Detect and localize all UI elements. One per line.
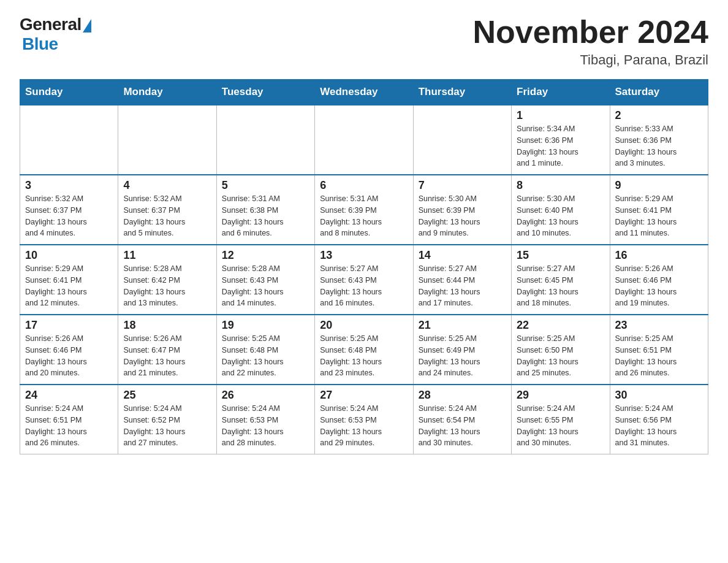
day-info: Sunrise: 5:32 AM Sunset: 6:37 PM Dayligh… bbox=[123, 193, 211, 239]
location-text: Tibagi, Parana, Brazil bbox=[473, 52, 708, 68]
logo-blue-text: Blue bbox=[22, 34, 58, 54]
weekday-header-saturday: Saturday bbox=[610, 80, 708, 105]
day-number: 21 bbox=[419, 319, 506, 332]
day-number: 17 bbox=[25, 319, 113, 332]
calendar-cell: 16Sunrise: 5:26 AM Sunset: 6:46 PM Dayli… bbox=[610, 245, 708, 315]
day-number: 1 bbox=[517, 109, 604, 122]
day-info: Sunrise: 5:26 AM Sunset: 6:46 PM Dayligh… bbox=[25, 333, 113, 379]
day-info: Sunrise: 5:25 AM Sunset: 6:48 PM Dayligh… bbox=[320, 333, 408, 379]
day-number: 23 bbox=[615, 319, 703, 332]
day-info: Sunrise: 5:31 AM Sunset: 6:38 PM Dayligh… bbox=[222, 193, 309, 239]
day-number: 18 bbox=[123, 319, 211, 332]
calendar-cell: 8Sunrise: 5:30 AM Sunset: 6:40 PM Daylig… bbox=[512, 175, 610, 245]
calendar-cell: 9Sunrise: 5:29 AM Sunset: 6:41 PM Daylig… bbox=[610, 175, 708, 245]
weekday-header-friday: Friday bbox=[512, 80, 610, 105]
weekday-header-monday: Monday bbox=[118, 80, 216, 105]
calendar-cell bbox=[315, 105, 413, 175]
day-number: 3 bbox=[25, 179, 113, 192]
calendar-cell: 14Sunrise: 5:27 AM Sunset: 6:44 PM Dayli… bbox=[413, 245, 511, 315]
day-info: Sunrise: 5:30 AM Sunset: 6:39 PM Dayligh… bbox=[419, 193, 506, 239]
calendar-cell bbox=[20, 105, 118, 175]
calendar-cell: 2Sunrise: 5:33 AM Sunset: 6:36 PM Daylig… bbox=[610, 105, 708, 175]
day-info: Sunrise: 5:29 AM Sunset: 6:41 PM Dayligh… bbox=[25, 263, 113, 309]
day-info: Sunrise: 5:27 AM Sunset: 6:44 PM Dayligh… bbox=[419, 263, 506, 309]
day-info: Sunrise: 5:30 AM Sunset: 6:40 PM Dayligh… bbox=[517, 193, 604, 239]
calendar-cell: 24Sunrise: 5:24 AM Sunset: 6:51 PM Dayli… bbox=[20, 385, 118, 454]
day-number: 26 bbox=[222, 389, 309, 402]
day-number: 14 bbox=[419, 249, 506, 262]
weekday-header-tuesday: Tuesday bbox=[216, 80, 314, 105]
day-info: Sunrise: 5:34 AM Sunset: 6:36 PM Dayligh… bbox=[517, 123, 604, 169]
page-header: General Blue November 2024 Tibagi, Paran… bbox=[20, 15, 708, 68]
calendar-cell: 13Sunrise: 5:27 AM Sunset: 6:43 PM Dayli… bbox=[315, 245, 413, 315]
day-info: Sunrise: 5:24 AM Sunset: 6:53 PM Dayligh… bbox=[222, 403, 309, 449]
weekday-header-sunday: Sunday bbox=[20, 80, 118, 105]
day-number: 30 bbox=[615, 389, 703, 402]
day-info: Sunrise: 5:25 AM Sunset: 6:50 PM Dayligh… bbox=[517, 333, 604, 379]
calendar-cell: 10Sunrise: 5:29 AM Sunset: 6:41 PM Dayli… bbox=[20, 245, 118, 315]
day-number: 11 bbox=[123, 249, 211, 262]
day-info: Sunrise: 5:24 AM Sunset: 6:51 PM Dayligh… bbox=[25, 403, 113, 449]
calendar-cell: 12Sunrise: 5:28 AM Sunset: 6:43 PM Dayli… bbox=[216, 245, 314, 315]
day-number: 6 bbox=[320, 179, 408, 192]
day-info: Sunrise: 5:24 AM Sunset: 6:55 PM Dayligh… bbox=[517, 403, 604, 449]
calendar-cell: 26Sunrise: 5:24 AM Sunset: 6:53 PM Dayli… bbox=[216, 385, 314, 454]
day-info: Sunrise: 5:24 AM Sunset: 6:53 PM Dayligh… bbox=[320, 403, 408, 449]
calendar-week-3: 10Sunrise: 5:29 AM Sunset: 6:41 PM Dayli… bbox=[20, 245, 708, 315]
calendar-cell: 5Sunrise: 5:31 AM Sunset: 6:38 PM Daylig… bbox=[216, 175, 314, 245]
day-number: 4 bbox=[123, 179, 211, 192]
day-info: Sunrise: 5:25 AM Sunset: 6:49 PM Dayligh… bbox=[419, 333, 506, 379]
calendar-table: SundayMondayTuesdayWednesdayThursdayFrid… bbox=[20, 79, 708, 454]
day-info: Sunrise: 5:28 AM Sunset: 6:42 PM Dayligh… bbox=[123, 263, 211, 309]
day-info: Sunrise: 5:26 AM Sunset: 6:47 PM Dayligh… bbox=[123, 333, 211, 379]
calendar-cell: 21Sunrise: 5:25 AM Sunset: 6:49 PM Dayli… bbox=[413, 315, 511, 385]
day-number: 8 bbox=[517, 179, 604, 192]
day-number: 2 bbox=[615, 109, 703, 122]
day-number: 13 bbox=[320, 249, 408, 262]
day-info: Sunrise: 5:33 AM Sunset: 6:36 PM Dayligh… bbox=[615, 123, 703, 169]
month-title: November 2024 bbox=[473, 15, 708, 50]
day-info: Sunrise: 5:32 AM Sunset: 6:37 PM Dayligh… bbox=[25, 193, 113, 239]
day-number: 9 bbox=[615, 179, 703, 192]
calendar-cell: 30Sunrise: 5:24 AM Sunset: 6:56 PM Dayli… bbox=[610, 385, 708, 454]
header-right: November 2024 Tibagi, Parana, Brazil bbox=[473, 15, 708, 68]
logo-triangle-icon bbox=[83, 19, 91, 33]
day-number: 5 bbox=[222, 179, 309, 192]
calendar-week-1: 1Sunrise: 5:34 AM Sunset: 6:36 PM Daylig… bbox=[20, 105, 708, 175]
day-info: Sunrise: 5:31 AM Sunset: 6:39 PM Dayligh… bbox=[320, 193, 408, 239]
calendar-cell: 11Sunrise: 5:28 AM Sunset: 6:42 PM Dayli… bbox=[118, 245, 216, 315]
day-number: 12 bbox=[222, 249, 309, 262]
logo: General Blue bbox=[20, 15, 91, 54]
day-number: 22 bbox=[517, 319, 604, 332]
calendar-week-5: 24Sunrise: 5:24 AM Sunset: 6:51 PM Dayli… bbox=[20, 385, 708, 454]
calendar-cell bbox=[118, 105, 216, 175]
day-info: Sunrise: 5:25 AM Sunset: 6:48 PM Dayligh… bbox=[222, 333, 309, 379]
calendar-cell: 3Sunrise: 5:32 AM Sunset: 6:37 PM Daylig… bbox=[20, 175, 118, 245]
day-info: Sunrise: 5:24 AM Sunset: 6:52 PM Dayligh… bbox=[123, 403, 211, 449]
weekday-header-thursday: Thursday bbox=[413, 80, 511, 105]
day-number: 27 bbox=[320, 389, 408, 402]
calendar-cell: 17Sunrise: 5:26 AM Sunset: 6:46 PM Dayli… bbox=[20, 315, 118, 385]
logo-general-text: General bbox=[20, 15, 82, 34]
calendar-cell: 15Sunrise: 5:27 AM Sunset: 6:45 PM Dayli… bbox=[512, 245, 610, 315]
calendar-week-4: 17Sunrise: 5:26 AM Sunset: 6:46 PM Dayli… bbox=[20, 315, 708, 385]
day-info: Sunrise: 5:29 AM Sunset: 6:41 PM Dayligh… bbox=[615, 193, 703, 239]
calendar-cell: 27Sunrise: 5:24 AM Sunset: 6:53 PM Dayli… bbox=[315, 385, 413, 454]
calendar-cell bbox=[413, 105, 511, 175]
day-info: Sunrise: 5:27 AM Sunset: 6:45 PM Dayligh… bbox=[517, 263, 604, 309]
weekday-header-wednesday: Wednesday bbox=[315, 80, 413, 105]
day-number: 19 bbox=[222, 319, 309, 332]
calendar-cell: 1Sunrise: 5:34 AM Sunset: 6:36 PM Daylig… bbox=[512, 105, 610, 175]
day-info: Sunrise: 5:24 AM Sunset: 6:56 PM Dayligh… bbox=[615, 403, 703, 449]
day-number: 20 bbox=[320, 319, 408, 332]
calendar-week-2: 3Sunrise: 5:32 AM Sunset: 6:37 PM Daylig… bbox=[20, 175, 708, 245]
day-number: 10 bbox=[25, 249, 113, 262]
day-info: Sunrise: 5:25 AM Sunset: 6:51 PM Dayligh… bbox=[615, 333, 703, 379]
day-number: 28 bbox=[419, 389, 506, 402]
day-number: 15 bbox=[517, 249, 604, 262]
calendar-cell: 22Sunrise: 5:25 AM Sunset: 6:50 PM Dayli… bbox=[512, 315, 610, 385]
day-number: 16 bbox=[615, 249, 703, 262]
day-info: Sunrise: 5:26 AM Sunset: 6:46 PM Dayligh… bbox=[615, 263, 703, 309]
day-number: 7 bbox=[419, 179, 506, 192]
calendar-cell: 23Sunrise: 5:25 AM Sunset: 6:51 PM Dayli… bbox=[610, 315, 708, 385]
